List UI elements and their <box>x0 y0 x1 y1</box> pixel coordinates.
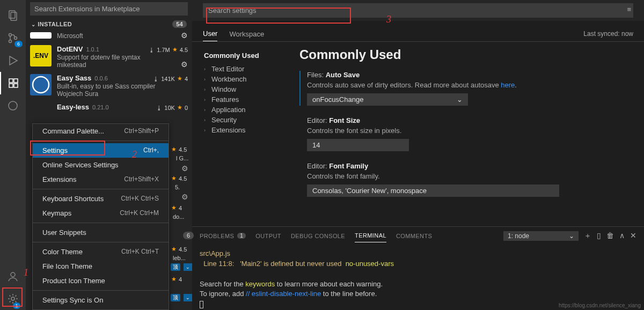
autosave-link[interactable]: here <box>501 81 515 89</box>
star-icon: ★ <box>177 75 182 82</box>
tab-problems[interactable]: PROBLEMS1 <box>200 230 246 242</box>
split-terminal-icon[interactable]: ▯ <box>597 231 601 241</box>
download-icon: ⭳ <box>153 76 159 82</box>
extension-item[interactable]: Easy Sass0.0.6 Built-in, easy to use Sas… <box>26 71 192 100</box>
extensions-search-input[interactable]: Search Extensions in Marketplace <box>30 2 188 16</box>
svg-rect-5 <box>9 79 13 83</box>
chevron-down-icon: ⌄ <box>457 95 463 104</box>
chevron-down-icon: ⌄ <box>31 21 35 27</box>
autosave-dropdown[interactable]: onFocusChange⌄ <box>307 93 468 106</box>
tab-workspace[interactable]: Workspace <box>229 27 264 41</box>
extension-item[interactable]: Easy-less0.21.0 ⭳10K ★0 <box>26 100 192 111</box>
svg-point-10 <box>11 272 15 277</box>
terminal-output[interactable]: src\App.js Line 11:8: 'Main2' is defined… <box>192 245 644 310</box>
svg-rect-1 <box>11 12 17 20</box>
reload-button[interactable]: 顶 <box>171 294 180 301</box>
tab-output[interactable]: OUTPUT <box>255 230 281 242</box>
setting-fontsize: Editor: Font Size Controls the font size… <box>299 116 633 151</box>
menu-command-palette[interactable]: Command Palette...Ctrl+Shift+P <box>33 124 169 138</box>
section-heading: Commonly Used <box>299 47 633 62</box>
menu-extensions[interactable]: ExtensionsCtrl+Shift+X <box>33 172 169 187</box>
chevron-down-icon[interactable]: ⌄ <box>184 263 192 271</box>
star-icon: ★ <box>177 104 182 111</box>
tab-debug[interactable]: DEBUG CONSOLE <box>291 230 345 242</box>
section-installed[interactable]: ⌄ INSTALLED 54 <box>26 19 192 29</box>
watermark: https://blog.csdn.net/silence_xiang <box>559 302 641 308</box>
menu-color-theme[interactable]: Color ThemeCtrl+K Ctrl+T <box>33 245 169 259</box>
svg-rect-8 <box>14 79 18 83</box>
fontfamily-input[interactable]: Consolas, 'Courier New', monospace <box>307 184 559 197</box>
menu-user-snippets[interactable]: User Snippets <box>33 225 169 240</box>
tree-item[interactable]: ›Features <box>204 94 289 105</box>
gear-icon[interactable]: ⚙ <box>181 193 188 201</box>
menu-product-icon-theme[interactable]: Product Icon Theme <box>33 274 169 288</box>
setting-autosave: Files: Auto Save Controls auto save of d… <box>299 71 633 106</box>
tree-item[interactable]: ›Window <box>204 84 289 94</box>
gear-context-menu: Command Palette...Ctrl+Shift+P SettingsC… <box>32 123 169 310</box>
star-icon: ★ <box>172 46 178 53</box>
new-terminal-icon[interactable]: ＋ <box>584 231 591 241</box>
svg-point-2 <box>9 34 12 36</box>
menu-file-icon-theme[interactable]: File Icon Theme <box>33 259 169 274</box>
extensions-icon[interactable] <box>0 72 26 94</box>
account-icon[interactable] <box>0 265 26 287</box>
annotation-marker-3: 3 <box>386 14 391 25</box>
svg-rect-7 <box>14 84 18 87</box>
settings-search-input[interactable]: Search settings <box>203 3 633 18</box>
gear-icon[interactable]: ⚙ <box>181 60 188 69</box>
settings-search-actions[interactable]: ≡ <box>627 5 631 13</box>
menu-sync[interactable]: Settings Sync is On <box>33 293 169 307</box>
gear-icon[interactable]: 1 <box>0 287 26 310</box>
maximize-icon[interactable]: ∧ <box>619 231 625 241</box>
fontsize-input[interactable]: 14 <box>307 139 409 151</box>
ext-icon: .ENV <box>30 45 52 67</box>
installed-count: 54 <box>172 20 187 28</box>
panel: PROBLEMS1 OUTPUT DEBUG CONSOLE TERMINAL … <box>192 226 644 310</box>
gear-badge: 1 <box>13 302 20 309</box>
tree-item[interactable]: ›Application <box>204 105 289 115</box>
svg-rect-0 <box>9 11 15 18</box>
terminal-select[interactable]: 1: node⌄ <box>503 231 579 241</box>
tree-item[interactable]: ›Extensions <box>204 125 289 135</box>
extension-item[interactable]: .ENV DotENV1.0.1 Support for dotenv file… <box>26 42 192 71</box>
sync-status: Last synced: now <box>583 30 633 38</box>
tree-item[interactable]: ›Text Editor <box>204 64 289 74</box>
tab-terminal[interactable]: TERMINAL <box>355 229 386 242</box>
reload-button[interactable]: 顶 <box>171 263 180 271</box>
menu-kbd-shortcuts[interactable]: Keyboard ShortcutsCtrl+K Ctrl+S <box>33 191 169 206</box>
svg-point-9 <box>9 101 17 110</box>
remote-icon[interactable] <box>0 94 26 117</box>
menu-online-settings[interactable]: Online Services Settings <box>33 158 169 172</box>
download-icon: ⭳ <box>149 47 155 53</box>
svg-point-3 <box>9 40 12 43</box>
tree-item[interactable]: ›Workbench <box>204 74 289 84</box>
svg-point-11 <box>11 297 14 300</box>
scm-icon[interactable]: 6 <box>0 27 26 49</box>
tab-comments[interactable]: COMMENTS <box>396 230 432 242</box>
ext-icon <box>30 74 52 95</box>
svg-point-12 <box>33 77 49 93</box>
menu-settings[interactable]: SettingsCtrl+, <box>33 143 169 158</box>
svg-rect-6 <box>9 84 13 87</box>
debug-icon[interactable] <box>0 49 26 72</box>
svg-point-4 <box>14 37 17 40</box>
settings-editor: Search settings ≡ User Workspace Last sy… <box>192 0 644 310</box>
menu-keymaps[interactable]: KeymapsCtrl+K Ctrl+M <box>33 206 169 220</box>
annotation-marker-1: 1 <box>24 267 28 278</box>
scm-badge: 6 <box>14 41 23 47</box>
tree-commonly-used[interactable]: Commonly Used <box>204 51 289 60</box>
tab-user[interactable]: User <box>203 26 217 41</box>
setting-fontfamily: Editor: Font Family Controls the font fa… <box>299 162 633 197</box>
close-panel-icon[interactable]: ✕ <box>630 231 636 241</box>
gear-icon[interactable]: ⚙ <box>181 31 188 40</box>
tree-item[interactable]: ›Security <box>204 115 289 125</box>
chevron-down-icon[interactable]: ⌄ <box>184 294 192 301</box>
settings-tree: Commonly Used ›Text Editor ›Workbench ›W… <box>192 42 294 226</box>
extension-item[interactable]: Microsoft⚙ <box>26 29 192 42</box>
explorer-icon[interactable] <box>0 4 26 27</box>
gear-icon[interactable]: ⚙ <box>181 164 188 173</box>
annotation-marker-2: 2 <box>132 149 137 160</box>
kill-terminal-icon[interactable]: 🗑 <box>606 231 614 241</box>
download-icon: ⭳ <box>156 105 162 111</box>
activity-bar: 6 1 <box>0 0 26 310</box>
